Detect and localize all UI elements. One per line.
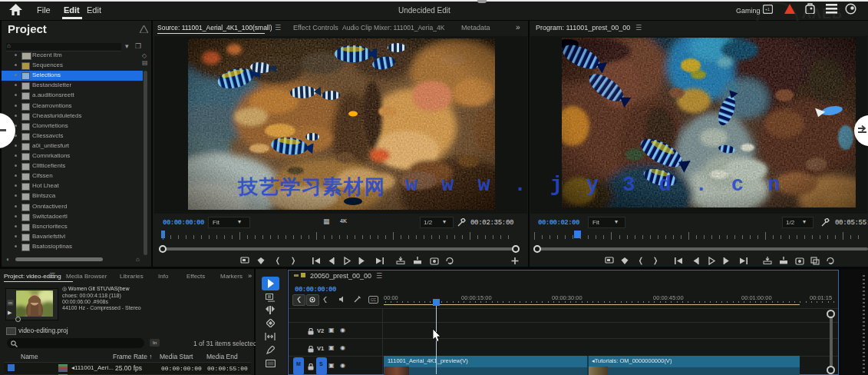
svg-text:+1: +1 xyxy=(765,7,770,12)
